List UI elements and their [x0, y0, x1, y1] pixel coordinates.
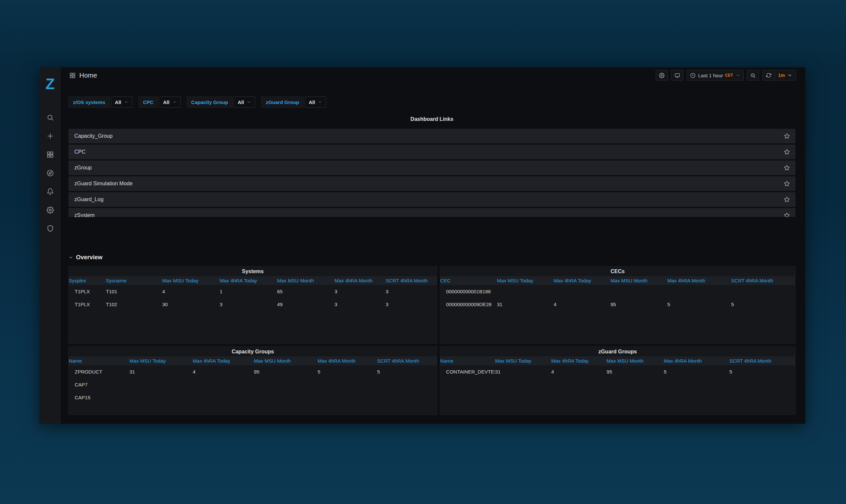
sidebar-admin-button[interactable] [43, 219, 57, 238]
panel-cecs: CECs CECMax MSU TodayMax 4hRA TodayMax M… [440, 266, 795, 344]
panel-title[interactable]: Capacity Groups [69, 347, 437, 356]
dashboard-settings-button[interactable] [656, 70, 668, 80]
time-range-picker[interactable]: Last 1 hour CET [687, 70, 743, 80]
column-header[interactable]: Max 4hRA Month [318, 356, 377, 365]
column-header[interactable]: SCRT 4hRA Month [386, 276, 437, 285]
variable-value-dropdown[interactable]: All [234, 96, 255, 108]
column-header[interactable]: CEC [440, 276, 497, 285]
variable-value-dropdown[interactable]: All [305, 96, 326, 108]
table-row[interactable]: 000000000009DE28 31 4 95 5 5 [440, 298, 795, 311]
table-row[interactable]: T1PLX T102 30 3 49 3 3 [69, 298, 437, 311]
dashboard-link-row[interactable]: zGuard_Log [68, 192, 795, 207]
refresh-button[interactable] [763, 70, 775, 80]
variable-filter: Capacity Group All [187, 96, 255, 108]
cell: 3 [386, 298, 437, 311]
column-header[interactable]: Sysplex [69, 276, 106, 285]
variable-label[interactable]: zGuard Group [261, 96, 304, 108]
dashboard-link-label: zGuard_Log [74, 197, 103, 202]
breadcrumb[interactable]: Home [69, 72, 97, 79]
sidebar-search-button[interactable] [43, 108, 57, 127]
table-row[interactable]: ZPRODUCT 31 4 95 5 5 [69, 365, 437, 378]
panel-title[interactable]: CECs [440, 267, 795, 276]
cell: T102 [106, 298, 162, 311]
dashboard-link-row[interactable]: zGroup [68, 161, 795, 175]
chevron-down-icon [68, 255, 73, 260]
shield-icon [47, 225, 54, 232]
column-header[interactable]: Max MSU Today [162, 276, 220, 285]
column-header[interactable]: Max 4hRA Month [334, 276, 386, 285]
column-header[interactable]: Max 4hRA Month [667, 276, 731, 285]
column-header[interactable]: SCRT 4hRA Month [377, 356, 437, 365]
star-icon[interactable] [784, 133, 790, 139]
zguard-groups-table: NameMax MSU TodayMax 4hRA TodayMax MSU M… [440, 356, 795, 378]
clock-icon [690, 73, 695, 78]
column-header[interactable]: Name [69, 356, 129, 365]
zoom-out-button[interactable] [747, 70, 759, 80]
panel-title[interactable]: Systems [69, 267, 437, 276]
column-header[interactable]: Max 4hRA Today [193, 356, 254, 365]
table-row[interactable]: CAP7 [69, 378, 437, 391]
page-title: Home [79, 72, 97, 79]
systems-table: SysplexSysnameMax MSU TodayMax 4hRA Toda… [69, 276, 437, 311]
star-icon[interactable] [784, 165, 790, 171]
dashboard-link-row[interactable]: Capacity_Group [68, 129, 795, 143]
table-row[interactable]: T1PLX T101 4 1 65 3 3 [69, 285, 437, 298]
dashboard-link-row[interactable]: zGuard Simulation Mode [68, 176, 795, 191]
app-logo[interactable]: Z [45, 67, 54, 101]
column-header[interactable]: Max MSU Month [277, 276, 334, 285]
dashboard-variables: z/OS systems All CPC All [68, 96, 795, 108]
column-header[interactable]: Max 4hRA Month [664, 356, 730, 365]
column-header[interactable]: Max 4hRA Today [554, 276, 611, 285]
column-header[interactable]: SCRT 4hRA Month [729, 356, 795, 365]
toolbar: Last 1 hour CET 1m [656, 70, 796, 80]
dashboard-link-row[interactable]: CPC [68, 145, 795, 159]
column-header[interactable]: Name [440, 356, 495, 365]
sidebar-explore-button[interactable] [43, 164, 57, 182]
star-icon[interactable] [784, 197, 790, 202]
dashboard-link-row[interactable]: zSystem [68, 208, 795, 217]
column-header[interactable]: Max 4hRA Today [551, 356, 607, 365]
star-icon[interactable] [784, 212, 790, 217]
cell: 49 [277, 298, 334, 311]
table-row[interactable]: CONTAINER_DEVTEST 31 4 95 5 5 [440, 365, 795, 378]
variable-value: All [309, 100, 315, 105]
column-header[interactable]: SCRT 4hRA Month [731, 276, 795, 285]
cycle-view-button[interactable] [671, 70, 683, 80]
cell [377, 391, 437, 404]
variable-label[interactable]: z/OS systems [68, 96, 110, 108]
column-header[interactable]: Max MSU Month [607, 356, 664, 365]
dashboard-links-title: Dashboard Links [68, 116, 795, 122]
cell: 65 [277, 285, 334, 298]
dashboard-grid-icon [69, 72, 76, 78]
table-row[interactable]: 000000000001B188 [440, 285, 795, 298]
column-header[interactable]: Max MSU Today [495, 356, 551, 365]
panel-title[interactable]: zGuard Groups [440, 347, 795, 356]
timezone-label: CET [725, 73, 733, 78]
sidebar-configuration-button[interactable] [43, 201, 57, 219]
table-row[interactable]: CAP15 [69, 391, 437, 404]
chevron-down-icon [318, 100, 322, 104]
cell: CAP7 [69, 378, 129, 391]
variable-value: All [163, 100, 169, 105]
variable-label[interactable]: Capacity Group [187, 96, 233, 108]
variable-label[interactable]: CPC [139, 96, 158, 108]
column-header[interactable]: Max MSU Today [129, 356, 193, 365]
sidebar-alerting-button[interactable] [43, 182, 57, 201]
column-header[interactable]: Sysname [106, 276, 162, 285]
refresh-interval-dropdown[interactable]: 1m [775, 70, 796, 80]
variable-value-dropdown[interactable]: All [159, 96, 180, 108]
cell [497, 285, 554, 298]
variable-value-dropdown[interactable]: All [111, 96, 133, 108]
cell: 1 [220, 285, 277, 298]
column-header[interactable]: Max 4hRA Today [220, 276, 277, 285]
sidebar-create-button[interactable] [43, 127, 57, 145]
column-header[interactable]: Max MSU Today [497, 276, 554, 285]
refresh-controls: 1m [762, 70, 796, 80]
overview-section-toggle[interactable]: Overview [68, 254, 795, 261]
star-icon[interactable] [784, 181, 790, 186]
capacity-groups-table: NameMax MSU TodayMax 4hRA TodayMax MSU M… [69, 356, 437, 404]
sidebar-dashboards-button[interactable] [43, 145, 57, 164]
column-header[interactable]: Max MSU Month [610, 276, 667, 285]
star-icon[interactable] [784, 149, 790, 155]
column-header[interactable]: Max MSU Month [254, 356, 318, 365]
